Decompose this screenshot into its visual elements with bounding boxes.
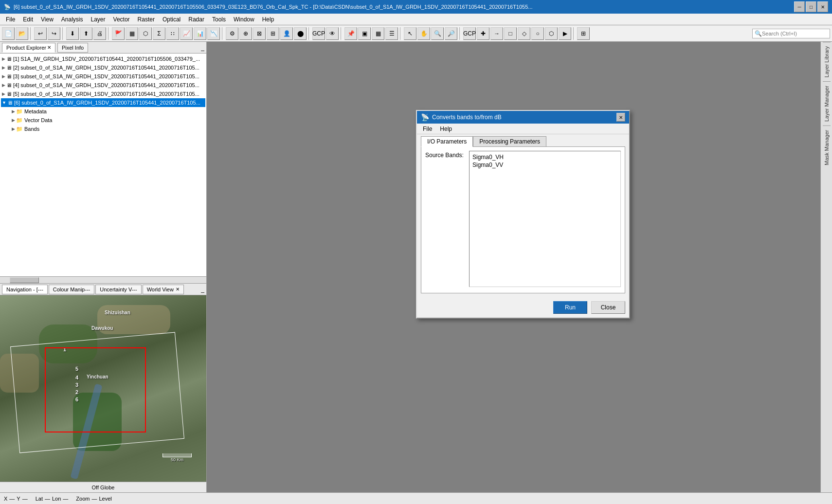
close-button[interactable]: ✕ <box>817 1 828 12</box>
menu-tools[interactable]: Tools <box>208 15 230 24</box>
menu-view[interactable]: View <box>37 15 57 24</box>
dialog-close-button[interactable]: ✕ <box>616 113 625 122</box>
menu-optical[interactable]: Optical <box>159 15 184 24</box>
minimize-nav-btn[interactable]: _ <box>201 286 204 293</box>
redo-btn[interactable]: ↪ <box>48 27 60 40</box>
dialog-menu-help[interactable]: Help <box>436 125 456 133</box>
list-item[interactable]: ▶ 🖥 [5] subset_0_of_S1A_IW_GRDH_1SDV_202… <box>1 90 205 98</box>
minimize-button[interactable]: ─ <box>794 1 805 12</box>
bands-item[interactable]: ▶ 📁 Bands <box>11 125 205 133</box>
square-btn[interactable]: □ <box>504 27 517 40</box>
run-button[interactable]: Run <box>553 301 587 314</box>
tool4[interactable]: ⊞ <box>267 27 279 40</box>
export-btn[interactable]: ⬆ <box>80 27 92 40</box>
stat-btn[interactable]: Σ <box>153 27 165 40</box>
search-input[interactable] <box>762 31 825 36</box>
file-icon: 🖥 <box>6 82 12 88</box>
tool2[interactable]: ⊕ <box>239 27 252 40</box>
list-item[interactable]: ▶ 🖥 [2] subset_0_of_S1A_IW_GRDH_1SDV_202… <box>1 63 205 72</box>
menu-edit[interactable]: Edit <box>19 15 37 24</box>
tab-navigation[interactable]: Navigation - [--- <box>2 285 48 294</box>
horizontal-scrollbar[interactable] <box>0 276 206 283</box>
source-bands-list[interactable]: Sigma0_VH Sigma0_VV <box>469 151 621 287</box>
gcp2-btn[interactable]: GCP <box>463 27 476 40</box>
list-item[interactable]: ▶ 🖥 [4] subset_0_of_S1A_IW_GRDH_1SDV_202… <box>1 81 205 90</box>
ruler-btn[interactable]: ✚ <box>477 27 489 40</box>
scrollbar-thumb[interactable] <box>10 277 39 283</box>
spectrum-btn[interactable]: 📊 <box>194 27 206 40</box>
circle-btn[interactable]: ○ <box>531 27 544 40</box>
maximize-button[interactable]: □ <box>806 1 816 12</box>
file-icon: 🖥 <box>6 65 12 71</box>
menu-file[interactable]: File <box>2 15 19 24</box>
sidebar-layer-manager[interactable]: Layer Manager <box>823 81 831 126</box>
pin-btn[interactable]: 📌 <box>344 27 357 40</box>
diamond-btn[interactable]: ◇ <box>518 27 530 40</box>
sidebar-mask-manager[interactable]: Mask Manager <box>823 126 831 169</box>
profile-btn[interactable]: 📈 <box>180 27 193 40</box>
sel-btn[interactable]: ☰ <box>385 27 398 40</box>
hand-btn[interactable]: ✋ <box>417 27 430 40</box>
flag-btn[interactable]: 🚩 <box>112 27 125 40</box>
tab-pixel-info[interactable]: Pixel Info <box>57 43 88 53</box>
undo-btn[interactable]: ↩ <box>34 27 47 40</box>
tool1[interactable]: ⚙ <box>226 27 238 40</box>
band-sigma0-vv[interactable]: Sigma0_VV <box>471 161 618 169</box>
menu-analysis[interactable]: Analysis <box>57 15 87 24</box>
close-product-explorer[interactable]: ✕ <box>47 45 51 50</box>
list-item[interactable]: ▶ 🖥 [3] subset_0_of_S1A_IW_GRDH_1SDV_202… <box>1 72 205 81</box>
scatter-btn[interactable]: ∷ <box>166 27 179 40</box>
new-btn[interactable]: 📄 <box>2 27 15 40</box>
close-world-view[interactable]: ✕ <box>176 287 180 292</box>
tab-product-explorer[interactable]: Product Explorer ✕ <box>2 43 55 53</box>
dialog-menu-file[interactable]: File <box>419 125 436 133</box>
converts-bands-dialog[interactable]: 📡 Converts bands to/from dB ✕ File Help … <box>416 110 630 319</box>
tool6[interactable]: ⬤ <box>294 27 307 40</box>
region-btn[interactable]: ▦ <box>126 27 138 40</box>
tab-uncertainty[interactable]: Uncertainty V--- <box>95 285 141 294</box>
menu-window[interactable]: Window <box>230 15 258 24</box>
more-btn[interactable]: ▶ <box>559 27 571 40</box>
zoom-out-btn[interactable]: 🔎 <box>445 27 457 40</box>
tab-world-view[interactable]: World View ✕ <box>143 285 184 294</box>
tool5[interactable]: 👤 <box>280 27 293 40</box>
import-btn[interactable]: ⬇ <box>66 27 79 40</box>
list-item[interactable]: ▼ 🖥 [6] subset_0_of_S1A_IW_GRDH_1SDV_202… <box>1 98 205 107</box>
metadata-item[interactable]: ▶ 📁 Metadata <box>11 107 205 116</box>
menu-vector[interactable]: Vector <box>109 15 134 24</box>
main-layout: Product Explorer ✕ Pixel Info _ ▶ 🖥 [1] … <box>0 42 832 492</box>
gcp-btn[interactable]: GCP <box>312 27 325 40</box>
tab-colour-manip[interactable]: Colour Manip--- <box>49 285 94 294</box>
close-button[interactable]: Close <box>591 301 625 314</box>
bar1-btn[interactable]: ▣ <box>358 27 371 40</box>
cursor-btn[interactable]: ↖ <box>404 27 416 40</box>
print-btn[interactable]: 🖨 <box>93 27 106 40</box>
menu-layer[interactable]: Layer <box>87 15 109 24</box>
band-btn[interactable]: 📉 <box>207 27 220 40</box>
open-btn[interactable]: 📂 <box>16 27 28 40</box>
tool3[interactable]: ⊠ <box>253 27 266 40</box>
sidebar-layer-library[interactable]: Layer Library <box>823 42 831 81</box>
eye-btn[interactable]: 👁 <box>326 27 339 40</box>
zoom-status: Zoom — Level <box>76 496 111 502</box>
menu-raster[interactable]: Raster <box>134 15 159 24</box>
zoom-in-btn[interactable]: 🔍 <box>431 27 444 40</box>
arrow-btn[interactable]: → <box>490 27 503 40</box>
extra-btn[interactable]: ⊞ <box>577 27 590 40</box>
expand-icon: ▶ <box>12 118 15 123</box>
poly-btn[interactable]: ⬡ <box>545 27 558 40</box>
label-dawukou: Dawukou <box>91 325 113 331</box>
menu-radar[interactable]: Radar <box>184 15 208 24</box>
list-item[interactable]: ▶ 🖥 [1] S1A_IW_GRDH_1SDV_20200716T105441… <box>1 54 205 63</box>
tab-io-parameters[interactable]: I/O Parameters <box>421 136 473 147</box>
vector-data-item[interactable]: ▶ 📁 Vector Data <box>11 116 205 125</box>
scale-bar: 50 Km <box>163 453 192 462</box>
minimize-panel-btn[interactable]: _ <box>201 44 204 51</box>
navigation-map[interactable]: Shizuishan Dawukou Yinchuan 1 5 4 3 2 6 <box>0 295 206 482</box>
map-footer: Off Globe <box>0 482 206 492</box>
mask-btn[interactable]: ⬡ <box>139 27 152 40</box>
tab-processing-parameters[interactable]: Processing Parameters <box>473 136 546 146</box>
menu-help[interactable]: Help <box>258 15 278 24</box>
band-sigma0-vh[interactable]: Sigma0_VH <box>471 153 618 161</box>
bar2-btn[interactable]: ▦ <box>372 27 384 40</box>
